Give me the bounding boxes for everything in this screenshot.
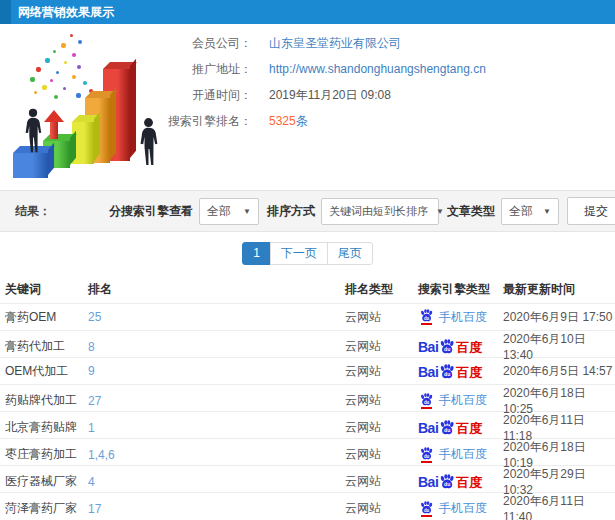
next-page-button[interactable]: 下一页 xyxy=(270,242,328,265)
field-open-time-label: 开通时间： xyxy=(160,87,252,104)
growth-arrow-icon xyxy=(44,110,64,139)
mobile-baidu-label: 手机百度 xyxy=(439,446,487,463)
submit-button[interactable]: 提交 xyxy=(567,197,615,225)
engine-cell: du 手机百度 du xyxy=(418,392,503,409)
sort-filter-select[interactable]: 关键词由短到长排序 ▼ xyxy=(321,198,439,225)
mobile-baidu-logo: du 手机百度 xyxy=(418,500,503,517)
rank-link[interactable]: 1 xyxy=(88,421,345,435)
pagination: 1 下一页 尾页 xyxy=(242,242,373,265)
rank-link[interactable]: 4 xyxy=(88,475,345,489)
keyword-cell: 膏药代加工 xyxy=(5,338,88,355)
updated-time-cell: 2020年6月9日 17:50 xyxy=(503,309,615,326)
rank-link[interactable]: 9 xyxy=(88,364,345,378)
ranking-count-value[interactable]: 5325条 xyxy=(269,113,308,130)
baidu-logo: Bai du 百度 xyxy=(418,339,503,354)
svg-text:du: du xyxy=(444,427,450,433)
engine-filter-value: 全部 xyxy=(207,203,231,220)
svg-text:du: du xyxy=(423,453,429,458)
businessman-right xyxy=(137,116,160,168)
field-url: 推广地址： http://www.shandonghuangshengtang.… xyxy=(160,56,610,82)
last-page-button[interactable]: 尾页 xyxy=(327,242,373,265)
header-accent xyxy=(0,0,11,24)
svg-text:du: du xyxy=(423,316,429,321)
article-type-label: 文章类型 xyxy=(447,203,495,220)
results-table: 关键词 排名 排名类型 搜索引擎类型 最新更新时间 膏药OEM 25 云网站 d… xyxy=(0,275,615,519)
rank-type-cell: 云网站 xyxy=(345,419,418,436)
rank-type-cell: 云网站 xyxy=(345,473,418,490)
promotion-url-link[interactable]: http://www.shandonghuangshengtang.cn xyxy=(269,62,486,76)
updated-time-cell: 2020年6月10日 13:40 xyxy=(503,331,615,362)
keyword-cell: 北京膏药贴牌 xyxy=(5,419,88,436)
baidu-bai-wordmark: Bai xyxy=(418,340,438,354)
open-time-value: 2019年11月20日 09:08 xyxy=(269,87,391,104)
sort-filter-label: 排序方式 xyxy=(267,203,315,220)
engine-cell: du Bai du 百度 xyxy=(418,474,503,489)
baidu-cn-wordmark: 百度 xyxy=(456,422,482,435)
field-company-label: 会员公司： xyxy=(160,35,252,52)
mobile-baidu-logo: du 手机百度 xyxy=(418,446,503,463)
baidu-paw-icon: du xyxy=(418,309,434,325)
svg-text:du: du xyxy=(423,507,429,512)
company-name-link[interactable]: 山东皇圣堂药业有限公司 xyxy=(269,35,401,52)
rank-link[interactable]: 17 xyxy=(88,502,345,516)
engine-cell: du 手机百度 du xyxy=(418,500,503,517)
svg-text:du: du xyxy=(444,481,450,487)
rank-type-cell: 云网站 xyxy=(345,363,418,380)
baidu-paw-icon: du xyxy=(418,447,434,463)
sort-filter-value: 关键词由短到长排序 xyxy=(329,204,428,219)
page-1-button[interactable]: 1 xyxy=(242,242,271,265)
table-row: 膏药代加工 8 云网站 du Bai du 百度 2020年6月10日 13:4… xyxy=(0,330,615,357)
col-engine-type: 搜索引擎类型 xyxy=(418,281,503,298)
keyword-cell: OEM代加工 xyxy=(5,363,88,380)
svg-text:du: du xyxy=(444,346,450,352)
baidu-red-underline xyxy=(421,407,432,409)
engine-cell: du Bai du 百度 xyxy=(418,364,503,379)
baidu-cn-wordmark: 百度 xyxy=(456,476,482,489)
rank-link[interactable]: 27 xyxy=(88,394,345,408)
keyword-cell: 枣庄膏药加工 xyxy=(5,446,88,463)
table-body: 膏药OEM 25 云网站 du 手机百度 du 2020年6月9日 17:50 … xyxy=(0,303,615,519)
rank-type-cell: 云网站 xyxy=(345,500,418,517)
baidu-logo: Bai du 百度 xyxy=(418,474,503,489)
table-row: 膏药OEM 25 云网站 du 手机百度 du 2020年6月9日 17:50 xyxy=(0,303,615,330)
rank-type-cell: 云网站 xyxy=(345,392,418,409)
col-updated: 最新更新时间 xyxy=(503,281,615,298)
baidu-paw-icon: du xyxy=(439,364,455,379)
filter-bar: 结果： 分搜索引擎查看 全部 ▼ 排序方式 关键词由短到长排序 ▼ 文章类型 全… xyxy=(0,190,615,232)
businessman-left xyxy=(22,108,44,154)
mobile-baidu-logo: du 手机百度 xyxy=(418,392,503,409)
mobile-baidu-logo: du 手机百度 xyxy=(418,309,503,326)
chevron-down-icon: ▼ xyxy=(243,207,251,216)
table-header-row: 关键词 排名 排名类型 搜索引擎类型 最新更新时间 xyxy=(0,275,615,303)
article-type-value: 全部 xyxy=(509,203,533,220)
svg-text:du: du xyxy=(423,399,429,404)
baidu-logo: Bai du 百度 xyxy=(418,364,503,379)
rank-type-cell: 云网站 xyxy=(345,446,418,463)
table-row: 北京膏药贴牌 1 云网站 du Bai du 百度 2020年6月11日 11:… xyxy=(0,411,615,438)
mobile-baidu-label: 手机百度 xyxy=(439,309,487,326)
rank-link[interactable]: 25 xyxy=(88,310,345,324)
bar-blue xyxy=(13,153,48,178)
baidu-paw-icon: du xyxy=(439,339,455,354)
updated-time-cell: 2020年6月5日 14:57 xyxy=(503,363,615,380)
mobile-baidu-label: 手机百度 xyxy=(439,392,487,409)
rank-link[interactable]: 8 xyxy=(88,340,345,354)
engine-filter-select[interactable]: 全部 ▼ xyxy=(199,198,259,225)
keyword-cell: 菏泽膏药厂家 xyxy=(5,500,88,517)
page-title: 网络营销效果展示 xyxy=(18,0,114,24)
baidu-cn-wordmark: 百度 xyxy=(456,366,482,379)
engine-filter-label: 分搜索引擎查看 xyxy=(109,203,193,220)
article-type-select[interactable]: 全部 ▼ xyxy=(501,198,559,225)
ranking-count-suffix: 条 xyxy=(296,114,308,128)
field-open-time: 开通时间： 2019年11月20日 09:08 xyxy=(160,82,610,108)
field-ranking-count: 搜索引擎排名： 5325条 xyxy=(160,108,610,134)
baidu-paw-icon: du xyxy=(418,393,434,409)
rank-type-cell: 云网站 xyxy=(345,309,418,326)
pagination-zone: 1 下一页 尾页 xyxy=(0,232,615,275)
baidu-red-underline xyxy=(421,323,432,325)
page: 网络营销效果展示 会员公司： 山东皇圣堂药业有限公司 xyxy=(0,0,615,520)
engine-cell: du Bai du 百度 xyxy=(418,339,503,354)
rank-link[interactable]: 1,4,6 xyxy=(88,448,345,462)
engine-cell: du Bai du 百度 xyxy=(418,420,503,435)
header-bar: 网络营销效果展示 xyxy=(0,0,615,24)
